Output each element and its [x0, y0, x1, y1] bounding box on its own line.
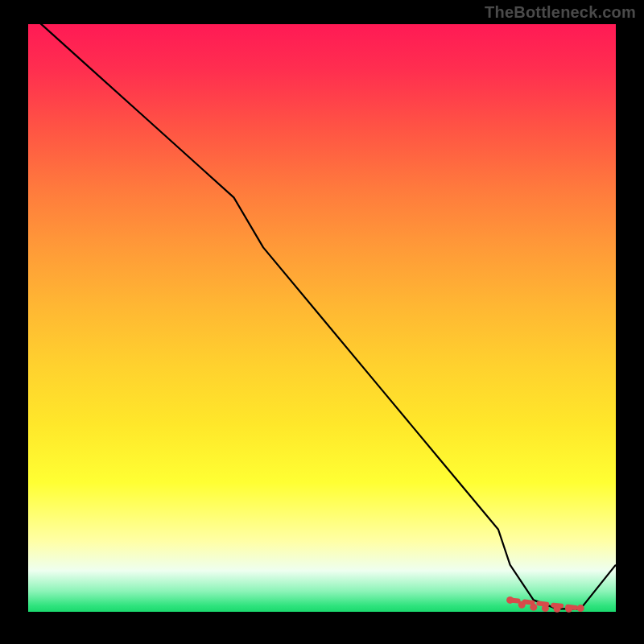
- svg-point-3: [530, 604, 537, 611]
- svg-point-6: [565, 605, 572, 613]
- svg-point-1: [506, 597, 514, 604]
- watermark-text: TheBottleneck.com: [485, 3, 636, 22]
- chart-overlay: [28, 24, 616, 612]
- minimum-markers: [506, 597, 584, 613]
- svg-point-4: [542, 605, 549, 612]
- curve-line: [28, 12, 616, 609]
- svg-point-5: [554, 605, 561, 613]
- svg-point-7: [577, 605, 584, 612]
- svg-point-2: [518, 601, 526, 609]
